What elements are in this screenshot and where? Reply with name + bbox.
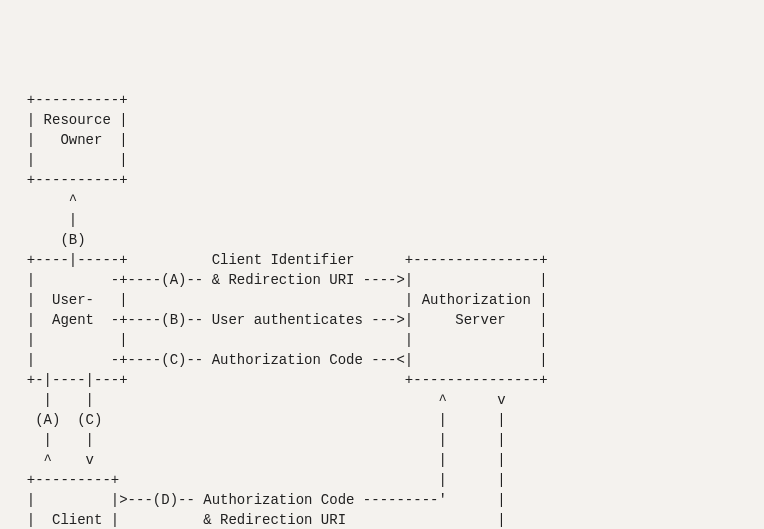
diagram-line: +-|----|---+ +---------------+ <box>10 372 548 388</box>
diagram-line: | | | | <box>10 432 506 448</box>
diagram-line: +----|-----+ Client Identifier +--------… <box>10 252 548 268</box>
diagram-line: +----------+ <box>10 172 128 188</box>
diagram-line: +---------+ | | <box>10 472 506 488</box>
diagram-line: | |>---(D)-- Authorization Code --------… <box>10 492 506 508</box>
diagram-line: (B) <box>10 232 86 248</box>
diagram-line: | Agent -+----(B)-- User authenticates -… <box>10 312 548 328</box>
diagram-line: | Client | & Redirection URI | <box>10 512 506 528</box>
oauth-flow-diagram: +----------+ | Resource | | Owner | | | … <box>10 90 754 529</box>
diagram-line: (A) (C) | | <box>10 412 506 428</box>
diagram-line: ^ v | | <box>10 452 506 468</box>
diagram-line: | User- | | Authorization | <box>10 292 548 308</box>
diagram-line: | -+----(A)-- & Redirection URI ---->| | <box>10 272 548 288</box>
diagram-line: | <box>10 212 77 228</box>
diagram-line: | -+----(C)-- Authorization Code ---<| | <box>10 352 548 368</box>
diagram-line: | | | | <box>10 332 548 348</box>
diagram-line: | Owner | <box>10 132 128 148</box>
diagram-line: | | <box>10 152 128 168</box>
diagram-line: +----------+ <box>10 92 128 108</box>
diagram-line: ^ <box>10 192 77 208</box>
diagram-line: | | ^ v <box>10 392 506 408</box>
diagram-line: | Resource | <box>10 112 128 128</box>
